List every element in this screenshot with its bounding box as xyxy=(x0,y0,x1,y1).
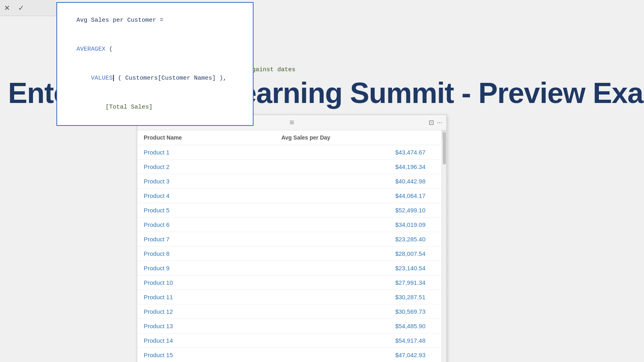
table-row: Product 8 $28,007.54 xyxy=(137,247,442,261)
code-line-4: [Total Sales] xyxy=(62,93,248,122)
table-row: Product 12 $30,569.73 xyxy=(137,304,442,319)
col-header-avg-sales[interactable]: Avg Sales per Day xyxy=(275,130,442,145)
product-name-cell: Product 6 xyxy=(137,218,275,232)
product-name-cell: Product 8 xyxy=(137,247,275,261)
code-line-2: AVERAGEX ( xyxy=(62,35,248,64)
avg-sales-cell: $27,991.34 xyxy=(275,276,442,290)
table-widget: ≡ ⊡ ··· Product Name Avg Sales per Day P… xyxy=(137,115,447,362)
avg-sales-cell: $54,485.90 xyxy=(275,319,442,333)
avg-sales-cell: $30,569.73 xyxy=(275,304,442,319)
product-name-cell: Product 1 xyxy=(137,145,275,160)
more-options-icon[interactable]: ··· xyxy=(437,119,442,126)
widget-header-icons: ⊡ ··· xyxy=(429,119,442,126)
scrollbar-track[interactable]: ▲ xyxy=(442,130,446,362)
table-wrapper: Product Name Avg Sales per Day Product 1… xyxy=(137,130,442,362)
product-name-cell: Product 12 xyxy=(137,304,275,319)
table-row: Product 5 $52,499.10 xyxy=(137,203,442,218)
expand-icon[interactable]: ⊡ xyxy=(429,119,434,126)
avg-sales-cell: $44,064.17 xyxy=(275,189,442,203)
table-row: Product 15 $47,042.93 xyxy=(137,348,442,362)
avg-sales-cell: $23,285.40 xyxy=(275,232,442,247)
table-row: Product 14 $54,917.48 xyxy=(137,333,442,348)
table-row: Product 3 $40,442.98 xyxy=(137,174,442,189)
avg-sales-cell: $52,499.10 xyxy=(275,203,442,218)
table-container: Product Name Avg Sales per Day Product 1… xyxy=(137,130,446,362)
table-row: Product 7 $23,285.40 xyxy=(137,232,442,247)
top-bar: ✕ ✓ xyxy=(0,0,56,16)
scrollbar-thumb[interactable] xyxy=(443,132,446,165)
table-row: Product 11 $30,287.51 xyxy=(137,290,442,304)
table-header-row: Product Name Avg Sales per Day xyxy=(137,130,442,145)
avg-sales-cell: $40,442.98 xyxy=(275,174,442,189)
product-name-cell: Product 11 xyxy=(137,290,275,304)
product-name-cell: Product 10 xyxy=(137,276,275,290)
close-icon[interactable]: ✕ xyxy=(4,4,10,12)
confirm-icon[interactable]: ✓ xyxy=(18,4,24,12)
avg-sales-cell: $44,196.34 xyxy=(275,160,442,174)
product-name-cell: Product 5 xyxy=(137,203,275,218)
avg-sales-cell: $30,287.51 xyxy=(275,290,442,304)
code-editor[interactable]: Avg Sales per Customer = AVERAGEX ( VALU… xyxy=(56,2,254,126)
product-name-cell: Product 2 xyxy=(137,160,275,174)
product-name-cell: Product 7 xyxy=(137,232,275,247)
product-name-cell: Product 4 xyxy=(137,189,275,203)
table-row: Product 6 $34,019.09 xyxy=(137,218,442,232)
product-name-cell: Product 13 xyxy=(137,319,275,333)
code-line-1: Avg Sales per Customer = xyxy=(62,6,248,35)
avg-sales-cell: $43,474.67 xyxy=(275,145,442,160)
table-row: Product 4 $44,064.17 xyxy=(137,189,442,203)
table-row: Product 1 $43,474.67 xyxy=(137,145,442,160)
avg-sales-cell: $23,140.54 xyxy=(275,261,442,276)
avg-sales-cell: $28,007.54 xyxy=(275,247,442,261)
code-line-3: VALUES ( Customers[Customer Names] ), xyxy=(62,64,248,93)
product-name-cell: Product 3 xyxy=(137,174,275,189)
avg-sales-cell: $54,917.48 xyxy=(275,333,442,348)
col-header-product-name[interactable]: Product Name xyxy=(137,130,275,145)
drag-handle-icon[interactable]: ≡ xyxy=(289,118,294,127)
avg-sales-cell: $34,019.09 xyxy=(275,218,442,232)
table-row: Product 10 $27,991.34 xyxy=(137,276,442,290)
product-name-cell: Product 14 xyxy=(137,333,275,348)
table-row: Product 13 $54,485.90 xyxy=(137,319,442,333)
product-name-cell: Product 9 xyxy=(137,261,275,276)
data-table: Product Name Avg Sales per Day Product 1… xyxy=(137,130,442,362)
table-row: Product 2 $44,196.34 xyxy=(137,160,442,174)
avg-sales-cell: $47,042.93 xyxy=(275,348,442,362)
table-row: Product 9 $23,140.54 xyxy=(137,261,442,276)
product-name-cell: Product 15 xyxy=(137,348,275,362)
